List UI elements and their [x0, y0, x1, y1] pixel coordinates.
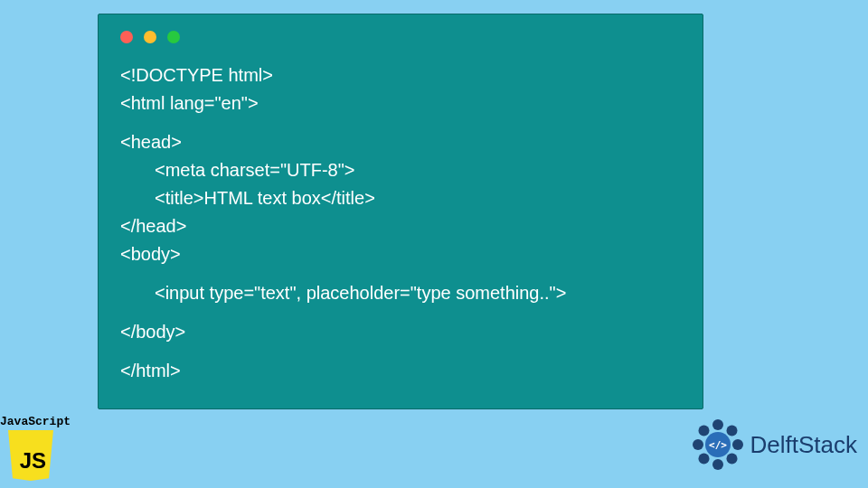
code-body: <!DOCTYPE html> <html lang="en"> <head> … [99, 43, 703, 385]
code-line: </html> [120, 357, 681, 385]
code-line: <meta charset="UTF-8"> [120, 156, 681, 184]
svg-point-0 [712, 419, 723, 430]
svg-point-5 [698, 454, 709, 465]
code-line: <!DOCTYPE html> [120, 61, 681, 89]
code-line: </head> [120, 212, 681, 240]
close-dot-icon [120, 31, 133, 43]
javascript-badge: JavaScript JS [0, 415, 61, 481]
delftstack-logo-block: </> DelftStack [691, 418, 858, 472]
svg-point-1 [726, 426, 737, 436]
svg-point-3 [726, 454, 737, 465]
maximize-dot-icon [167, 31, 180, 43]
code-line: <input type="text", placeholder="type so… [120, 279, 681, 307]
window-controls [99, 14, 703, 43]
javascript-label: JavaScript [0, 415, 61, 428]
svg-text:</>: </> [709, 439, 727, 451]
code-line: <head> [120, 128, 681, 156]
svg-point-2 [732, 439, 743, 450]
code-line: <body> [120, 240, 681, 268]
svg-point-7 [698, 426, 709, 436]
code-window: <!DOCTYPE html> <html lang="en"> <head> … [98, 14, 703, 409]
svg-point-4 [712, 459, 723, 470]
javascript-logo-text: JS [20, 448, 46, 474]
minimize-dot-icon [144, 31, 156, 43]
code-line: </body> [120, 318, 681, 346]
delftstack-text: DelftStack [750, 431, 858, 459]
code-line: <html lang="en"> [120, 89, 681, 117]
javascript-logo-icon: JS [8, 430, 53, 481]
svg-point-6 [693, 439, 703, 450]
delftstack-logo-icon: </> [691, 418, 745, 472]
code-line: <title>HTML text box</title> [120, 184, 681, 212]
